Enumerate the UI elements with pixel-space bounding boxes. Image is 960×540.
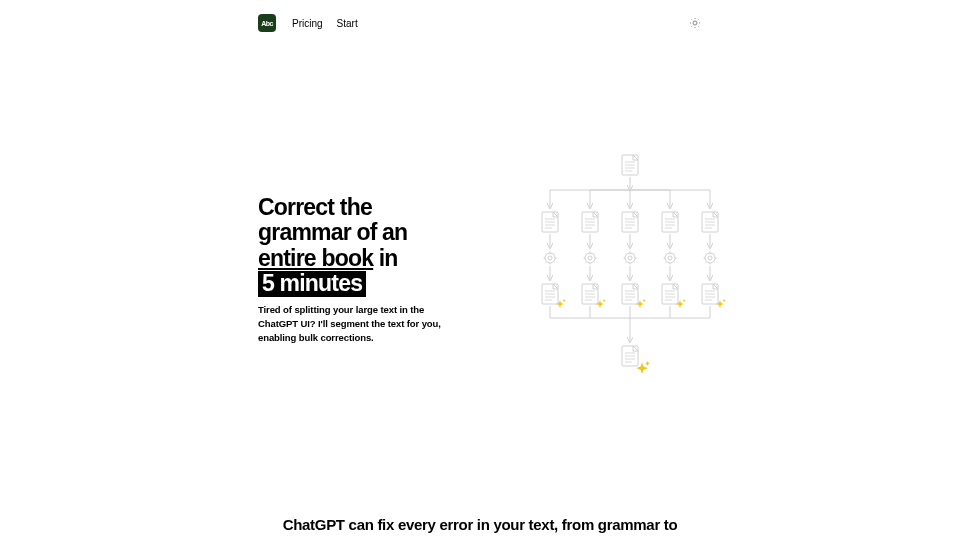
to-result-arrows [550,266,710,280]
branch-lines [550,177,710,208]
hero-headline: Correct the grammar of an entire book in… [258,195,458,297]
sun-icon [689,17,701,29]
headline-part1: Correct the grammar of an [258,194,407,245]
nav-start[interactable]: Start [337,18,358,29]
split-docs-row [542,212,718,232]
svg-point-0 [693,21,697,25]
source-doc-icon [622,155,638,175]
headline-highlight: 5 minutes [258,271,366,297]
result-docs-row [542,284,726,308]
svg-line-7 [691,26,692,27]
header: Abc Pricing Start [0,14,960,32]
main-nav: Pricing Start [292,18,358,29]
headline-part2: in [373,245,397,271]
header-left: Abc Pricing Start [258,14,358,32]
svg-line-3 [691,19,692,20]
svg-line-8 [698,19,699,20]
flow-diagram [520,150,740,385]
app-logo[interactable]: Abc [258,14,276,32]
to-gear-arrows [550,234,710,248]
nav-pricing[interactable]: Pricing [292,18,323,29]
hero-section: Correct the grammar of an entire book in… [258,195,458,344]
final-doc-icon [622,346,650,374]
section-features: ChatGPT can fix every error in your text… [0,516,960,533]
theme-toggle-button[interactable] [688,16,702,30]
processing-gears-row [544,252,717,265]
hero-subtitle: Tired of splitting your large text in th… [258,303,458,344]
merge-lines [550,306,710,342]
headline-underline: entire book [258,245,373,271]
svg-line-4 [698,26,699,27]
features-heading: ChatGPT can fix every error in your text… [0,516,960,533]
